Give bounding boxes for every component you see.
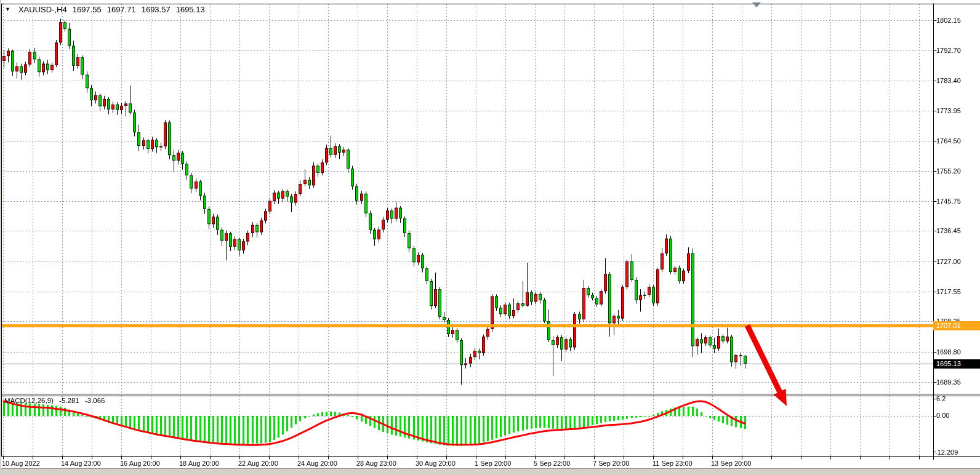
time-axis-label: 24 Aug 20:00 xyxy=(297,460,337,467)
time-axis-label: 10 Aug 2022 xyxy=(2,460,40,467)
macd-scale-zero: 0.00 xyxy=(936,412,949,419)
price-axis-label: 1802.15 xyxy=(936,17,961,24)
price-axis-label: 1727.00 xyxy=(936,258,961,265)
time-axis-label: 7 Sep 20:00 xyxy=(593,460,629,467)
time-axis-label: 18 Aug 20:00 xyxy=(179,460,219,467)
time-axis-label: 5 Sep 22:00 xyxy=(534,460,570,467)
window-left-chrome xyxy=(0,0,1,475)
price-axis-label: 1783.40 xyxy=(936,77,961,84)
ohlc-high: 1697.71 xyxy=(107,5,136,14)
price-axis-label: 1792.70 xyxy=(936,47,961,54)
macd-indicator-label: MACD(12,26,9) -5.281 -3.066 xyxy=(4,397,109,404)
macd-scale-min: -12.209 xyxy=(935,449,958,456)
last-price-badge: 1695.13 xyxy=(933,359,980,369)
price-axis-label: 1689.35 xyxy=(936,378,961,386)
price-axis-label: 1736.45 xyxy=(936,227,961,234)
price-axis-label: 1717.55 xyxy=(936,288,961,295)
ohlc-low: 1693.57 xyxy=(142,5,171,14)
time-axis-label: 13 Sep 20:00 xyxy=(711,460,751,467)
time-axis-label: 1 Sep 20:00 xyxy=(475,460,511,467)
time-axis-label: 16 Aug 20:00 xyxy=(120,460,160,467)
price-axis-label: 1755.20 xyxy=(936,167,961,175)
time-axis-label: 22 Aug 20:00 xyxy=(238,460,278,467)
price-axis-label: 1764.50 xyxy=(936,137,961,145)
chart-canvas[interactable] xyxy=(0,0,980,475)
ohlc-close: 1695.13 xyxy=(176,5,205,14)
macd-scale-max: 6.2 xyxy=(936,395,946,402)
time-axis-label: 28 Aug 23:00 xyxy=(356,460,396,467)
time-axis-label: 14 Aug 23:00 xyxy=(61,460,101,467)
hline-price-badge: 1707.01 xyxy=(933,321,980,330)
chart-header: ▼ XAUUSD-,H4 1697.55 1697.71 1693.57 169… xyxy=(5,5,205,14)
window-bottom-chrome xyxy=(0,468,980,475)
price-axis-label: 1698.80 xyxy=(936,348,961,356)
price-axis-label: 1773.95 xyxy=(936,107,961,114)
symbol-timeframe-label: XAUUSD-,H4 xyxy=(18,5,67,14)
time-axis-label: 30 Aug 20:00 xyxy=(416,460,456,467)
macd-name: MACD(12,26,9) xyxy=(4,397,54,404)
price-axis-label: 1745.75 xyxy=(936,198,961,205)
symbol-dropdown-icon[interactable]: ▼ xyxy=(5,6,10,12)
time-axis-label: 11 Sep 23:00 xyxy=(653,460,693,467)
macd-signal-value: -3.066 xyxy=(85,397,105,404)
macd-value: -5.281 xyxy=(59,397,79,404)
ohlc-open: 1697.55 xyxy=(73,5,102,14)
chart-window: ▼ XAUUSD-,H4 1697.55 1697.71 1693.57 169… xyxy=(0,0,980,475)
